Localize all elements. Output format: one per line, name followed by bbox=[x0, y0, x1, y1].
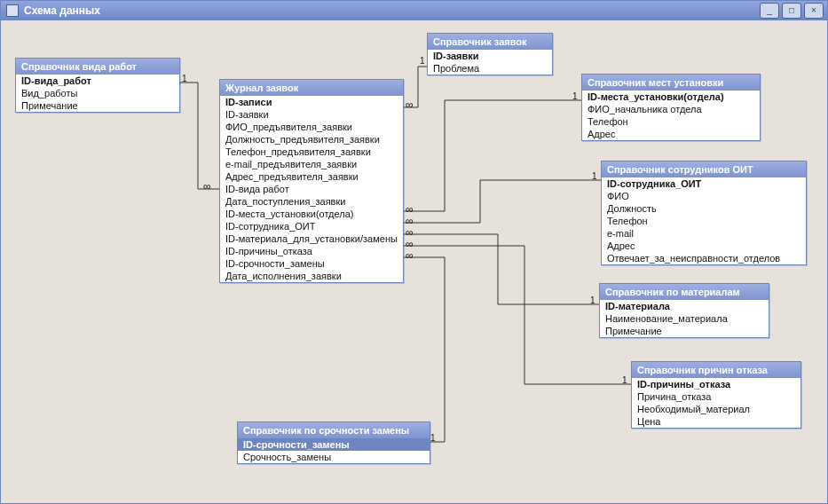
table-header[interactable]: Журнал заявок bbox=[220, 80, 403, 96]
table-header[interactable]: Справочник вида работ bbox=[16, 59, 179, 75]
table-reasons[interactable]: Справочник причин отказа ID-причины_отка… bbox=[631, 361, 801, 429]
field[interactable]: ID-сотрудника_ОИТ bbox=[220, 220, 403, 232]
relation-many-mark: ∞ bbox=[406, 249, 414, 262]
field[interactable]: e-mail bbox=[602, 227, 806, 240]
field[interactable]: Дата_поступления_заявки bbox=[220, 195, 403, 208]
field[interactable]: ID-записи bbox=[220, 96, 403, 108]
table-places[interactable]: Справочник мест установки ID-места_устан… bbox=[581, 74, 761, 141]
field[interactable]: ID-заявки bbox=[220, 108, 403, 121]
field[interactable]: Адрес bbox=[602, 240, 806, 252]
table-materials[interactable]: Справочник по материалам ID-материала На… bbox=[599, 283, 769, 338]
window-controls: _ □ × bbox=[760, 3, 824, 19]
field[interactable]: Адрес_предъявителя_заявки bbox=[220, 170, 403, 183]
field[interactable]: ID-причины_отказа bbox=[632, 378, 800, 390]
relation-many-mark: ∞ bbox=[406, 215, 414, 227]
relation-many-mark: ∞ bbox=[203, 180, 211, 193]
field[interactable]: Телефон_предъявителя_заявки bbox=[220, 146, 403, 158]
relation-one-mark: 1 bbox=[572, 91, 578, 101]
table-journal[interactable]: Журнал заявок ID-записи ID-заявки ФИО_пр… bbox=[219, 79, 404, 283]
field[interactable]: Дата_исполнения_заявки bbox=[220, 270, 403, 282]
table-header[interactable]: Справочник мест установки bbox=[582, 75, 760, 91]
field[interactable]: Срочность_замены bbox=[238, 451, 430, 463]
close-button[interactable]: × bbox=[804, 3, 824, 19]
field[interactable]: Примечание bbox=[16, 99, 179, 112]
field[interactable]: ID-вида работ bbox=[220, 183, 403, 195]
field[interactable]: ID-сотрудника_ОИТ bbox=[602, 177, 806, 190]
relation-one-mark: 1 bbox=[592, 171, 597, 181]
table-header[interactable]: Справочник по материалам bbox=[600, 284, 769, 300]
table-header[interactable]: Справочник сотрудников ОИТ bbox=[602, 161, 806, 177]
schema-window: Схема данных _ □ × bbox=[0, 0, 828, 504]
field[interactable]: Должность bbox=[602, 202, 806, 215]
field[interactable]: Цена bbox=[632, 415, 800, 428]
field[interactable]: ФИО_начальника отдела bbox=[582, 103, 760, 115]
field[interactable]: ID-заявки bbox=[428, 50, 552, 62]
field[interactable]: ID-причины_отказа bbox=[220, 245, 403, 257]
relation-one-mark: 1 bbox=[430, 433, 436, 443]
relation-many-mark: ∞ bbox=[406, 98, 414, 111]
relation-many-mark: ∞ bbox=[406, 238, 414, 250]
relation-many-mark: ∞ bbox=[406, 226, 414, 239]
field[interactable]: Телефон bbox=[602, 215, 806, 227]
field[interactable]: Примечание bbox=[600, 325, 769, 337]
relation-many-mark: ∞ bbox=[406, 203, 414, 216]
minimize-button[interactable]: _ bbox=[760, 3, 779, 19]
field[interactable]: Адрес bbox=[582, 128, 760, 140]
table-staff[interactable]: Справочник сотрудников ОИТ ID-сотрудника… bbox=[601, 161, 807, 265]
field[interactable]: ID-срочности_замены bbox=[220, 257, 403, 270]
table-header[interactable]: Справочник причин отказа bbox=[632, 362, 800, 378]
table-work-types[interactable]: Справочник вида работ ID-вида_работ Вид_… bbox=[15, 58, 180, 113]
titlebar[interactable]: Схема данных _ □ × bbox=[1, 1, 827, 20]
maximize-button[interactable]: □ bbox=[782, 3, 801, 19]
app-icon bbox=[6, 4, 19, 17]
field[interactable]: Отвечает_за_неисправности_отделов bbox=[602, 252, 806, 264]
field[interactable]: ID-места_установки(отдела) bbox=[220, 208, 403, 220]
table-requests[interactable]: Справочник заявок ID-заявки Проблема bbox=[427, 33, 553, 75]
field[interactable]: ID-материала bbox=[600, 300, 769, 312]
field[interactable]: ФИО_предъявителя_заявки bbox=[220, 121, 403, 133]
relation-one-mark: 1 bbox=[590, 295, 595, 305]
relation-one-mark: 1 bbox=[420, 56, 425, 66]
window-title: Схема данных bbox=[24, 4, 760, 17]
field[interactable]: ID-срочности_замены bbox=[238, 438, 430, 451]
relation-one-mark: 1 bbox=[622, 375, 627, 385]
relationship-canvas[interactable]: Справочник вида работ ID-вида_работ Вид_… bbox=[1, 20, 827, 503]
table-header[interactable]: Справочник заявок bbox=[428, 34, 552, 50]
field[interactable]: ФИО bbox=[602, 190, 806, 202]
field[interactable]: ID-места_установки(отдела) bbox=[582, 91, 760, 103]
field[interactable]: Должность_предъявителя_заявки bbox=[220, 133, 403, 146]
field[interactable]: Причина_отказа bbox=[632, 390, 800, 403]
field[interactable]: e-mail_предъявителя_заявки bbox=[220, 158, 403, 170]
field[interactable]: Наименование_материала bbox=[600, 312, 769, 325]
relation-one-mark: 1 bbox=[182, 74, 187, 83]
table-header[interactable]: Справочник по срочности замены bbox=[238, 422, 430, 438]
field[interactable]: Необходимый_материал bbox=[632, 403, 800, 415]
table-urgency[interactable]: Справочник по срочности замены ID-срочно… bbox=[237, 421, 430, 464]
field[interactable]: Вид_работы bbox=[16, 87, 179, 99]
field[interactable]: ID-вида_работ bbox=[16, 75, 179, 87]
field[interactable]: Проблема bbox=[428, 62, 552, 75]
field[interactable]: Телефон bbox=[582, 115, 760, 128]
field[interactable]: ID-материала_для_установки/замены bbox=[220, 232, 403, 245]
